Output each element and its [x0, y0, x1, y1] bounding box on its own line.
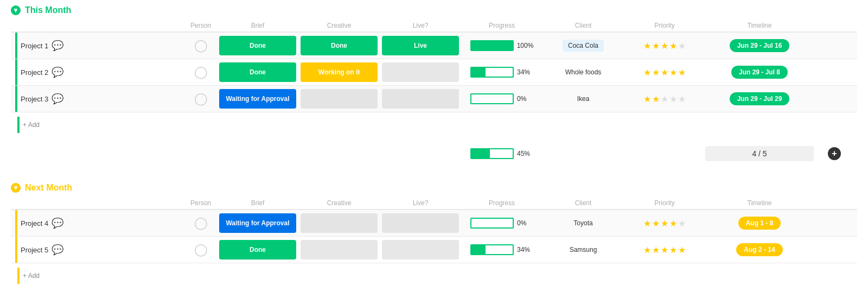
- col-progress: Progress: [461, 22, 542, 29]
- summary-progress-bar: [470, 148, 514, 159]
- col-creative: Creative: [298, 199, 380, 207]
- col-person: Person: [184, 22, 217, 29]
- add-row[interactable]: + Add: [11, 112, 857, 137]
- project-row: Project 4 💬 ◯ Waiting for Approval 0%: [11, 210, 857, 236]
- brief-cell[interactable]: Waiting for Approval: [217, 213, 298, 233]
- star-icon: ★: [643, 41, 651, 51]
- client-cell: Toyota: [542, 219, 624, 227]
- col-timeline: Timeline: [705, 22, 814, 29]
- client-cell: Ikea: [542, 95, 624, 103]
- progress-bar: [470, 93, 514, 104]
- add-label[interactable]: + Add: [23, 121, 40, 129]
- progress-pct: 34%: [517, 246, 533, 254]
- timeline-badge: Aug 2 - 14: [736, 243, 782, 256]
- star-icon: ★: [643, 218, 651, 229]
- row-accent: [15, 86, 17, 112]
- creative-badge[interactable]: Done: [301, 36, 378, 55]
- live-cell[interactable]: Live: [380, 36, 461, 55]
- client-name: Whole foods: [565, 68, 602, 76]
- section-header: ▼ Next Month: [11, 183, 857, 193]
- person-icon: ◯: [194, 92, 208, 106]
- creative-cell[interactable]: [298, 213, 380, 233]
- live-cell[interactable]: [380, 62, 461, 82]
- comment-icon[interactable]: 💬: [52, 40, 63, 52]
- progress-pct: 34%: [517, 68, 533, 76]
- star-icon: ★: [669, 218, 677, 229]
- comment-icon[interactable]: 💬: [52, 66, 63, 78]
- priority-cell: ★★★★★: [624, 245, 705, 255]
- client-name: Ikea: [577, 95, 590, 103]
- col-brief: Brief: [217, 22, 298, 29]
- person-cell[interactable]: ◯: [184, 243, 217, 257]
- progress-pct: 0%: [517, 95, 533, 103]
- creative-cell[interactable]: Working on it: [298, 62, 380, 82]
- project-name: Project 3: [21, 95, 48, 103]
- brief-cell[interactable]: Done: [217, 240, 298, 259]
- section-icon: ▼: [11, 183, 21, 193]
- client-name: Coca Cola: [563, 40, 604, 52]
- brief-badge[interactable]: Done: [219, 36, 296, 55]
- summary-priority: 4 / 5: [705, 146, 814, 161]
- live-cell[interactable]: [380, 240, 461, 259]
- live-cell[interactable]: [380, 213, 461, 233]
- client-cell: Whole foods: [542, 68, 624, 76]
- person-cell[interactable]: ◯: [184, 216, 217, 230]
- creative-cell[interactable]: [298, 89, 380, 109]
- brief-badge[interactable]: Waiting for Approval: [219, 213, 296, 233]
- project-name: Project 2: [21, 68, 48, 77]
- priority-cell: ★★★★★: [624, 41, 705, 51]
- project-name-cell: Project 4 💬: [11, 210, 152, 236]
- comment-icon[interactable]: 💬: [52, 217, 63, 229]
- person-cell[interactable]: ◯: [184, 92, 217, 106]
- star-icon: ★: [643, 245, 651, 255]
- timeline-badge: Jun 29 - Jul 8: [731, 66, 788, 79]
- brief-badge[interactable]: Done: [219, 62, 296, 82]
- add-plus-button[interactable]: +: [828, 147, 841, 160]
- star-icon: ★: [652, 41, 660, 51]
- progress-fill: [471, 245, 486, 254]
- summary-progress: 45%: [461, 148, 542, 159]
- comment-icon[interactable]: 💬: [52, 244, 63, 256]
- person-icon: ◯: [194, 243, 208, 257]
- star-icon: ★: [652, 218, 660, 229]
- live-badge-empty: [382, 240, 459, 259]
- row-accent: [15, 33, 17, 59]
- progress-bar: [470, 67, 514, 78]
- star-icon: ★: [661, 41, 668, 51]
- add-row[interactable]: + Add: [11, 263, 857, 285]
- brief-cell[interactable]: Done: [217, 62, 298, 82]
- brief-cell[interactable]: Done: [217, 36, 298, 55]
- brief-badge[interactable]: Waiting for Approval: [219, 89, 296, 109]
- person-cell[interactable]: ◯: [184, 39, 217, 53]
- star-icon: ★: [669, 94, 677, 104]
- section-title: Next Month: [25, 183, 72, 193]
- col-priority: Priority: [624, 22, 705, 29]
- timeline-badge: Jun 29 - Jul 29: [730, 92, 790, 105]
- live-cell[interactable]: [380, 89, 461, 109]
- project-row: Project 3 💬 ◯ Waiting for Approval 0%: [11, 85, 857, 112]
- progress-pct: 100%: [517, 42, 534, 49]
- star-icon: ★: [678, 94, 686, 104]
- progress-fill: [471, 68, 486, 77]
- brief-badge[interactable]: Done: [219, 240, 296, 259]
- section-title: This Month: [25, 5, 71, 15]
- live-badge[interactable]: Live: [382, 36, 459, 55]
- star-icon: ★: [643, 67, 651, 78]
- add-label[interactable]: + Add: [23, 272, 40, 280]
- star-icon: ★: [678, 218, 686, 229]
- star-icon: ★: [678, 245, 686, 255]
- comment-icon[interactable]: 💬: [52, 93, 63, 105]
- project-row: Project 2 💬 ◯ Done Working on it 34%: [11, 59, 857, 85]
- person-cell[interactable]: ◯: [184, 65, 217, 79]
- progress-cell: 34%: [461, 67, 542, 78]
- progress-cell: 100%: [461, 40, 542, 51]
- progress-cell: 34%: [461, 244, 542, 255]
- client-name: Toyota: [573, 219, 592, 227]
- star-icon: ★: [661, 245, 668, 255]
- client-name: Samsung: [570, 246, 597, 254]
- star-icon: ★: [669, 67, 677, 78]
- creative-cell[interactable]: Done: [298, 36, 380, 55]
- creative-badge[interactable]: Working on it: [301, 62, 378, 82]
- creative-cell[interactable]: [298, 240, 380, 259]
- brief-cell[interactable]: Waiting for Approval: [217, 89, 298, 109]
